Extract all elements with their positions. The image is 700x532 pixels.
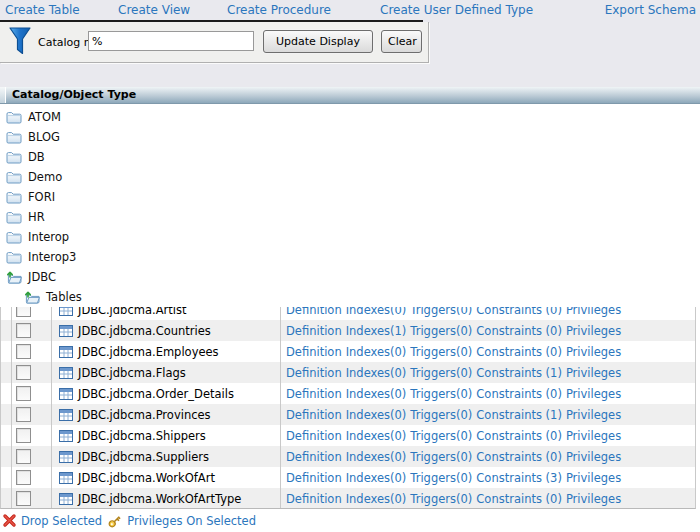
table-grid-icon: [59, 388, 73, 400]
constraints-link[interactable]: Constraints (0): [476, 324, 562, 338]
triggers-link[interactable]: Triggers(0): [410, 387, 472, 401]
triggers-link[interactable]: Triggers(0): [410, 366, 472, 380]
folder-closed-icon[interactable]: [6, 151, 22, 164]
definition-link[interactable]: Definition: [286, 324, 342, 338]
privileges-link[interactable]: Privileges: [566, 387, 621, 401]
clear-button[interactable]: Clear: [381, 30, 422, 53]
definition-link[interactable]: Definition: [286, 366, 342, 380]
folder-closed-icon[interactable]: [6, 251, 22, 264]
privileges-link[interactable]: Privileges: [566, 324, 621, 338]
tree-item-tables[interactable]: Tables: [0, 287, 700, 307]
constraints-link[interactable]: Constraints (0): [476, 387, 562, 401]
constraints-link[interactable]: Constraints (1): [476, 408, 562, 422]
definition-link[interactable]: Definition: [286, 492, 342, 506]
constraints-link[interactable]: Constraints (0): [476, 450, 562, 464]
tree-item-demo[interactable]: Demo: [0, 167, 700, 187]
row-checkbox[interactable]: [16, 449, 31, 464]
triggers-link[interactable]: Triggers(0): [410, 492, 472, 506]
row-checkbox[interactable]: [16, 386, 31, 401]
triggers-link[interactable]: Triggers(0): [410, 450, 472, 464]
update-display-button[interactable]: Update Display: [263, 30, 373, 53]
folder-closed-icon[interactable]: [6, 131, 22, 144]
privileges-link[interactable]: Privileges: [566, 307, 621, 317]
tree-item-jdbc[interactable]: JDBC: [0, 267, 700, 287]
triggers-link[interactable]: Triggers(0): [410, 471, 472, 485]
privileges-link[interactable]: Privileges: [566, 471, 621, 485]
constraints-link[interactable]: Constraints (1): [476, 366, 562, 380]
nav-create-procedure[interactable]: Create Procedure: [227, 3, 331, 17]
indexes-link[interactable]: Indexes(0): [346, 408, 407, 422]
constraints-link[interactable]: Constraints (0): [476, 492, 562, 506]
definition-link[interactable]: Definition: [286, 345, 342, 359]
indexes-link[interactable]: Indexes(0): [346, 492, 407, 506]
triggers-link[interactable]: Triggers(0): [410, 408, 472, 422]
definition-link[interactable]: Definition: [286, 429, 342, 443]
privileges-link[interactable]: Privileges: [566, 429, 621, 443]
tree-item-atom[interactable]: ATOM: [0, 107, 700, 127]
tree-item-db[interactable]: DB: [0, 147, 700, 167]
nav-create-user-defined-type[interactable]: Create User Defined Type: [380, 3, 533, 17]
row-checkbox[interactable]: [16, 491, 31, 506]
tree-item-interop3[interactable]: Interop3: [0, 247, 700, 267]
row-checkbox[interactable]: [16, 470, 31, 485]
table-row: JDBC.jdbcma.CountriesDefinitionIndexes(1…: [1, 320, 695, 341]
folder-open-icon[interactable]: [6, 271, 22, 284]
triggers-link[interactable]: Triggers(0): [410, 429, 472, 443]
nav-export-schema[interactable]: Export Schema: [605, 3, 696, 17]
indexes-link[interactable]: Indexes(0): [346, 366, 407, 380]
constraints-link[interactable]: Constraints (0): [476, 345, 562, 359]
definition-link[interactable]: Definition: [286, 408, 342, 422]
privileges-link[interactable]: Privileges: [566, 450, 621, 464]
folder-closed-icon[interactable]: [6, 171, 22, 184]
definition-link[interactable]: Definition: [286, 471, 342, 485]
row-links-cell: DefinitionIndexes(0)Triggers(0)Constrain…: [281, 488, 695, 509]
indexes-link[interactable]: Indexes(1): [346, 324, 407, 338]
row-checkbox[interactable]: [16, 344, 31, 359]
tree-item-fori[interactable]: FORI: [0, 187, 700, 207]
row-name-cell: JDBC.jdbcma.WorkOfArtType: [52, 488, 281, 509]
indexes-link[interactable]: Indexes(0): [346, 307, 407, 317]
privileges-link[interactable]: Privileges: [566, 366, 621, 380]
row-checkbox[interactable]: [16, 365, 31, 380]
triggers-link[interactable]: Triggers(0): [410, 345, 472, 359]
folder-closed-icon[interactable]: [6, 191, 22, 204]
indexes-link[interactable]: Indexes(0): [346, 450, 407, 464]
indexes-link[interactable]: Indexes(0): [346, 471, 407, 485]
definition-link[interactable]: Definition: [286, 307, 342, 317]
tree-item-hr[interactable]: HR: [0, 207, 700, 227]
catalog-mask-input[interactable]: [88, 31, 254, 51]
constraints-link[interactable]: Constraints (0): [476, 307, 562, 317]
folder-open-icon[interactable]: [24, 291, 40, 304]
privileges-link[interactable]: Privileges: [566, 492, 621, 506]
definition-link[interactable]: Definition: [286, 450, 342, 464]
privileges-link[interactable]: Privileges: [566, 345, 621, 359]
triggers-link[interactable]: Triggers(0): [410, 307, 472, 317]
row-checkbox[interactable]: [16, 323, 31, 338]
drop-selected-link[interactable]: Drop Selected: [21, 514, 102, 528]
folder-closed-icon[interactable]: [6, 111, 22, 124]
row-checkbox[interactable]: [16, 428, 31, 443]
row-spacer-cell: [1, 446, 12, 467]
privileges-on-selected-link[interactable]: Privileges On Selected: [127, 514, 256, 528]
indexes-link[interactable]: Indexes(0): [346, 429, 407, 443]
tree-item-blog[interactable]: BLOG: [0, 127, 700, 147]
triggers-link[interactable]: Triggers(0): [410, 324, 472, 338]
folder-closed-icon[interactable]: [6, 231, 22, 244]
row-checkbox[interactable]: [16, 407, 31, 422]
table-name: JDBC.jdbcma.Countries: [78, 324, 211, 338]
table-grid-icon: [59, 307, 73, 316]
table-grid-icon: [59, 325, 73, 337]
indexes-link[interactable]: Indexes(0): [346, 345, 407, 359]
table-name: JDBC.jdbcma.Employees: [78, 345, 219, 359]
nav-create-view[interactable]: Create View: [118, 3, 190, 17]
nav-create-table[interactable]: Create Table: [5, 3, 80, 17]
constraints-link[interactable]: Constraints (0): [476, 429, 562, 443]
indexes-link[interactable]: Indexes(0): [346, 387, 407, 401]
definition-link[interactable]: Definition: [286, 387, 342, 401]
filter-panel: Catalog mask Update Display Clear: [0, 22, 429, 63]
constraints-link[interactable]: Constraints (3): [476, 471, 562, 485]
tree-item-interop[interactable]: Interop: [0, 227, 700, 247]
folder-closed-icon[interactable]: [6, 211, 22, 224]
privileges-link[interactable]: Privileges: [566, 408, 621, 422]
row-checkbox[interactable]: [16, 307, 31, 317]
